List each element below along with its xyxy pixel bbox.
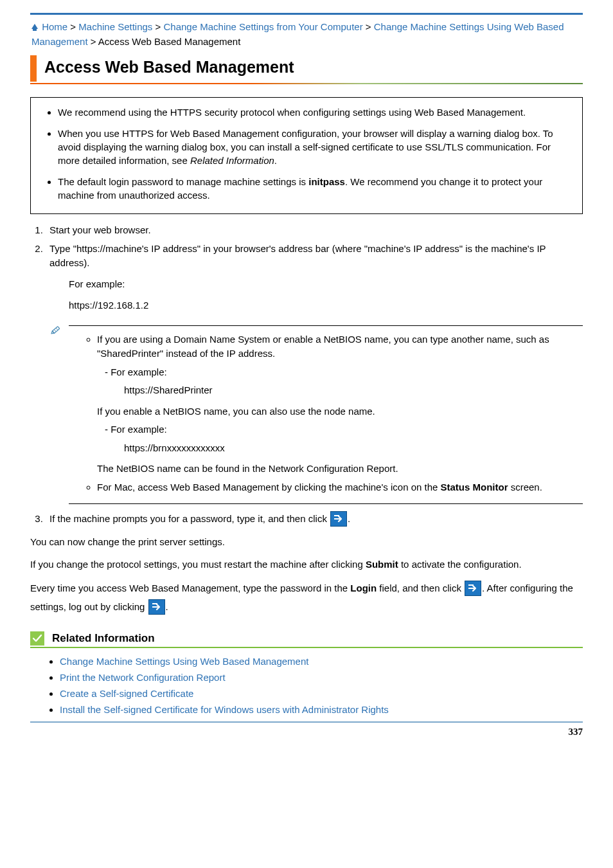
tip-1: If you are using a Domain Name System or… <box>97 332 580 476</box>
info-item-2-em: Related Information <box>190 155 274 166</box>
related-link-4[interactable]: Install the Self-signed Certificate for … <box>60 704 389 715</box>
bc-sep: > <box>70 21 76 32</box>
body-p3-strong: Login <box>350 583 377 593</box>
step-3-a: If the machine prompts you for a passwor… <box>49 513 330 524</box>
related-link-2[interactable]: Print the Network Configuration Report <box>60 672 226 683</box>
tip-1-text: If you are using a Domain Name System or… <box>97 334 549 359</box>
arrow-right-icon <box>148 599 165 615</box>
related-information-heading: Related Information <box>30 631 583 648</box>
page-number: 337 <box>30 727 583 737</box>
related-title: Related Information <box>52 632 155 645</box>
bottom-rule <box>30 721 583 723</box>
tip-2-eg-label: For example: <box>114 422 580 437</box>
tip-2-eg: https://brnxxxxxxxxxxxx <box>124 441 580 456</box>
info-item-1: We recommend using the HTTPS security pr… <box>58 105 568 119</box>
bc-l1[interactable]: Machine Settings <box>78 21 152 32</box>
bc-sep: > <box>155 21 161 32</box>
headline-text: Access Web Based Management <box>44 55 294 82</box>
info-item-3: The default login password to manage mac… <box>58 175 568 202</box>
tip-1-eg: https://SharedPrinter <box>124 383 580 398</box>
bc-current: Access Web Based Management <box>98 36 241 47</box>
home-icon <box>31 24 38 29</box>
tip-4-a: For Mac, access Web Based Management by … <box>97 482 441 493</box>
body-p2-b: to activate the configuration. <box>398 559 522 570</box>
tip-2: If you enable a NetBIOS name, you can al… <box>97 404 580 419</box>
tip-4: For Mac, access Web Based Management by … <box>97 480 580 495</box>
related-link-1[interactable]: Change Machine Settings Using Web Based … <box>60 656 308 667</box>
step-2-text: Type "https://machine's IP address" in y… <box>49 243 546 269</box>
body-p3: Every time you access Web Based Manageme… <box>30 579 583 616</box>
step-1: Start your web browser. <box>46 223 583 238</box>
body-p3-b: field, and then click <box>377 583 464 593</box>
related-item: Create a Self-signed Certificate <box>60 688 583 699</box>
info-box: We recommend using the HTTPS security pr… <box>30 97 583 214</box>
related-item: Change Machine Settings Using Web Based … <box>60 656 583 667</box>
step-3: If the machine prompts you for a passwor… <box>46 512 583 527</box>
bc-home[interactable]: Home <box>42 21 67 32</box>
step-2: Type "https://machine's IP address" in y… <box>46 242 583 505</box>
bc-l2[interactable]: Change Machine Settings from Your Comput… <box>163 21 362 32</box>
related-item: Print the Network Configuration Report <box>60 672 583 683</box>
body-p2-strong: Submit <box>366 559 398 570</box>
arrow-right-icon <box>465 581 481 596</box>
headline-accent <box>30 55 37 82</box>
top-rule <box>30 13 583 15</box>
tip-4-strong: Status Monitor <box>441 482 508 493</box>
info-item-2-a: When you use HTTPS for Web Based Managem… <box>58 128 553 166</box>
body-p2: If you change the protocol settings, you… <box>30 557 583 572</box>
tip-3: The NetBIOS name can be found in the Net… <box>97 462 580 476</box>
check-icon <box>30 631 44 646</box>
breadcrumb: Home > Machine Settings > Change Machine… <box>30 20 583 49</box>
tip-1-eg-label: For example: <box>114 365 580 380</box>
arrow-right-icon <box>330 511 347 527</box>
related-list: Change Machine Settings Using Web Based … <box>48 656 583 715</box>
info-item-2-b: . <box>274 155 277 166</box>
step-3-b: . <box>348 513 350 524</box>
step-2-example-label: For example: <box>69 276 583 293</box>
bc-sep: > <box>91 36 96 47</box>
svg-line-2 <box>56 328 58 330</box>
related-link-3[interactable]: Create a Self-signed Certificate <box>60 688 193 699</box>
pencil-icon <box>49 323 64 338</box>
note-box: If you are using a Domain Name System or… <box>69 325 583 505</box>
info-item-3-strong: initpass <box>308 176 345 187</box>
body-p3-a: Every time you access Web Based Manageme… <box>30 583 350 593</box>
info-item-3-a: The default login password to manage mac… <box>58 176 308 187</box>
svg-line-1 <box>54 329 56 332</box>
step-2-example: https://192.168.1.2 <box>69 297 583 314</box>
body-p3-d: . <box>166 601 168 612</box>
bc-sep: > <box>366 21 371 32</box>
body-p1: You can now change the print server sett… <box>30 535 583 550</box>
related-item: Install the Self-signed Certificate for … <box>60 704 583 715</box>
page-title: Access Web Based Management <box>30 55 583 84</box>
tip-4-b: screen. <box>508 482 542 493</box>
info-item-2: When you use HTTPS for Web Based Managem… <box>58 127 568 167</box>
body-p2-a: If you change the protocol settings, you… <box>30 559 366 570</box>
steps-list: Start your web browser. Type "https://ma… <box>30 223 583 527</box>
